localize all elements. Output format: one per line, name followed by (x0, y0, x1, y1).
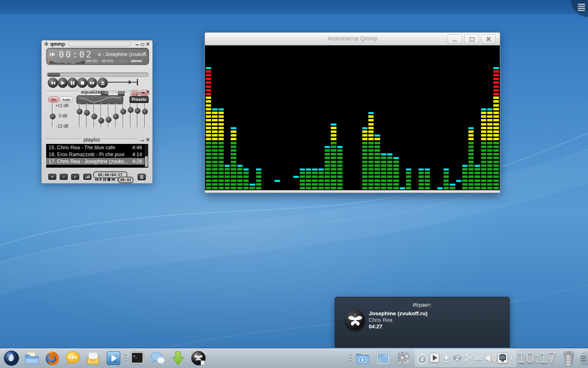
qmmp-butterfly-icon[interactable] (190, 350, 207, 366)
tray-volume-icon[interactable] (485, 353, 497, 365)
trash-icon[interactable] (561, 350, 577, 367)
playlist-menu-button[interactable] (138, 174, 146, 180)
eq-on-button[interactable]: On (48, 96, 59, 103)
tray-device-box-icon[interactable] (497, 352, 508, 365)
eq-band-7[interactable] (120, 103, 125, 127)
eq-preamp-slider[interactable] (50, 103, 55, 127)
remove-track-button[interactable]: − (60, 174, 68, 180)
eq-band-1-thumb[interactable] (77, 109, 82, 114)
firefox-icon[interactable] (44, 350, 60, 366)
chat-icon[interactable] (65, 350, 81, 366)
media-player-icon[interactable] (105, 350, 122, 366)
eq-band-2-thumb[interactable] (84, 110, 90, 116)
panel-separator[interactable] (350, 353, 352, 363)
spectrum-bar (356, 45, 361, 190)
minimize-icon[interactable] (135, 42, 139, 46)
stereo-indicator: stereo (131, 59, 142, 63)
eq-band-5[interactable] (106, 103, 111, 127)
tray-scissors-icon[interactable] (465, 354, 474, 364)
eq-band-8-thumb[interactable] (128, 107, 134, 113)
tray-sync-icon[interactable] (452, 354, 463, 364)
equalizer-title: equalizer (81, 89, 102, 95)
close-icon[interactable] (146, 90, 150, 94)
stop-button[interactable] (77, 78, 87, 88)
close-icon[interactable] (146, 42, 150, 46)
scrollbar-thumb[interactable] (145, 156, 148, 167)
workspace-badge[interactable]: ▲ 2 (417, 352, 427, 365)
eq-band-9[interactable] (135, 103, 140, 127)
analyzer-titlebar[interactable]: Анализатор Qmmp (205, 33, 500, 45)
seek-bar[interactable] (47, 72, 149, 77)
peak-marker (218, 108, 224, 110)
eq-band-6[interactable] (113, 103, 118, 127)
qmmp-titlebar[interactable]: qmmp (42, 40, 152, 47)
playlist-item[interactable]: 15. Chris Rea - The blue cafe4:46 (46, 144, 145, 151)
downloads-folder-icon[interactable] (354, 350, 371, 366)
eq-band-9-thumb[interactable] (135, 108, 140, 114)
peak-marker (393, 157, 399, 159)
close-icon[interactable] (146, 138, 150, 142)
spectrum-bar (456, 45, 461, 190)
next-button[interactable] (87, 78, 97, 88)
eq-band-7-thumb[interactable] (120, 109, 126, 114)
shade-icon[interactable] (140, 42, 145, 46)
seek-thumb[interactable] (48, 73, 60, 76)
spectrum-bar (318, 45, 324, 190)
previous-button[interactable] (48, 78, 58, 88)
eq-band-5-thumb[interactable] (106, 117, 111, 123)
file-manager-icon[interactable] (24, 350, 40, 366)
select-button[interactable]: ✓ (71, 174, 79, 180)
eq-band-2[interactable] (84, 103, 89, 127)
panel-clock[interactable]: 10:17 (515, 349, 559, 366)
equalizer-titlebar[interactable]: equalizer (42, 88, 152, 95)
playlist-scrollbar[interactable] (145, 144, 148, 168)
maximize-icon[interactable] (464, 34, 479, 44)
minimize-icon[interactable] (140, 138, 145, 142)
play-button[interactable] (58, 78, 68, 88)
add-track-button[interactable]: + (48, 174, 56, 180)
notification-popup[interactable]: Играет: Josephine (zvukoff.ru) Chris Rea (335, 297, 510, 350)
eq-band-10[interactable] (142, 103, 147, 127)
tray-download-icon[interactable] (442, 353, 451, 364)
spectrum-analyzer (205, 45, 500, 190)
playlist-titlebar[interactable]: playlist (42, 136, 152, 143)
keyboard-layout-indicator[interactable]: us (474, 355, 481, 361)
panel-cashew-icon[interactable] (578, 351, 588, 366)
eq-band-3[interactable] (91, 103, 96, 127)
tray-expand-arrow-icon[interactable]: ▲ (510, 357, 513, 361)
eq-band-4-thumb[interactable] (98, 118, 104, 123)
minimize-icon[interactable] (448, 34, 462, 44)
eq-band-4[interactable] (98, 103, 103, 127)
spectrum-bar (468, 45, 474, 190)
eq-auto-button[interactable]: Auto (60, 96, 73, 103)
playlist-item[interactable]: 16. Eros Ramazzotti - Pi che puoi4:14 (46, 151, 145, 158)
panel-separator[interactable] (125, 353, 127, 363)
corner-toolbox[interactable] (571, 0, 588, 17)
minimize-icon[interactable] (140, 90, 145, 94)
email-icon[interactable] (85, 350, 101, 366)
eq-band-10-thumb[interactable] (142, 109, 148, 114)
eq-band-3-thumb[interactable] (91, 114, 97, 119)
eq-preamp-slider-thumb[interactable] (50, 114, 56, 119)
menu-icon[interactable] (3, 350, 20, 366)
package-updater-icon[interactable] (170, 350, 186, 366)
qmmp-display: 00:02 a - Josephine (zvukoff.ru) - 256 K… (46, 48, 149, 65)
sort-button[interactable] (83, 174, 91, 180)
terminal-icon[interactable]: >_ (129, 350, 145, 366)
messenger-icon[interactable] (149, 350, 166, 366)
eq-band-8[interactable] (128, 103, 133, 127)
pause-button[interactable] (67, 78, 78, 88)
eq-band-6-thumb[interactable] (113, 114, 119, 119)
track-time: 4:46 (132, 145, 142, 150)
pager-icon[interactable] (375, 350, 391, 366)
tray-play-icon[interactable] (430, 353, 439, 364)
services-gear-icon[interactable] (395, 350, 412, 366)
bitrate-label: 256 Kb (86, 59, 98, 63)
mini-transport-icons[interactable] (94, 178, 120, 181)
eq-curve-display (76, 95, 123, 104)
eq-band-1[interactable] (77, 103, 82, 127)
eq-presets-button[interactable]: Presets (129, 96, 149, 103)
playlist-item[interactable]: 17. Chris Rea - Josephine (zvuko...4:28 (46, 158, 145, 165)
eject-button[interactable] (98, 78, 108, 88)
close-icon[interactable] (481, 34, 496, 44)
